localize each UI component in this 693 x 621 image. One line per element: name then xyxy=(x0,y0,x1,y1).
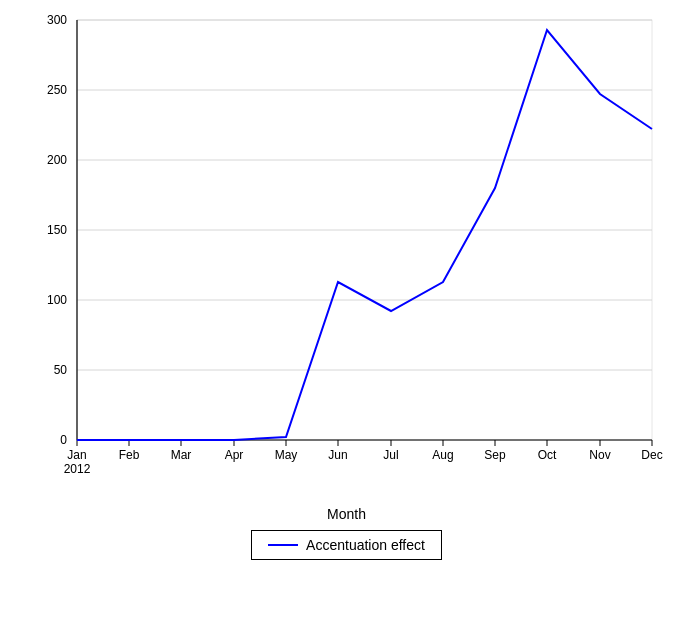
svg-text:0: 0 xyxy=(60,433,67,447)
legend: Accentuation effect xyxy=(251,530,442,560)
svg-text:Dec: Dec xyxy=(641,448,662,462)
chart-container: 0 50 100 150 200 250 300 xyxy=(0,0,693,621)
svg-text:Jul: Jul xyxy=(383,448,398,462)
svg-text:200: 200 xyxy=(46,153,66,167)
svg-text:150: 150 xyxy=(46,223,66,237)
svg-text:Oct: Oct xyxy=(537,448,556,462)
svg-text:Jan: Jan xyxy=(67,448,86,462)
svg-text:Aug: Aug xyxy=(432,448,453,462)
legend-line-icon xyxy=(268,544,298,546)
chart-svg: 0 50 100 150 200 250 300 xyxy=(22,10,672,500)
svg-text:2012: 2012 xyxy=(63,462,90,476)
svg-text:Jun: Jun xyxy=(328,448,347,462)
svg-text:Apr: Apr xyxy=(224,448,243,462)
svg-text:Nov: Nov xyxy=(589,448,610,462)
svg-text:100: 100 xyxy=(46,293,66,307)
svg-text:May: May xyxy=(274,448,297,462)
svg-text:Feb: Feb xyxy=(118,448,139,462)
chart-area: 0 50 100 150 200 250 300 xyxy=(22,10,672,504)
legend-label: Accentuation effect xyxy=(306,537,425,553)
svg-text:250: 250 xyxy=(46,83,66,97)
x-axis-label: Month xyxy=(327,506,366,522)
svg-text:50: 50 xyxy=(53,363,67,377)
svg-text:300: 300 xyxy=(46,13,66,27)
svg-text:Sep: Sep xyxy=(484,448,506,462)
svg-text:Mar: Mar xyxy=(170,448,191,462)
